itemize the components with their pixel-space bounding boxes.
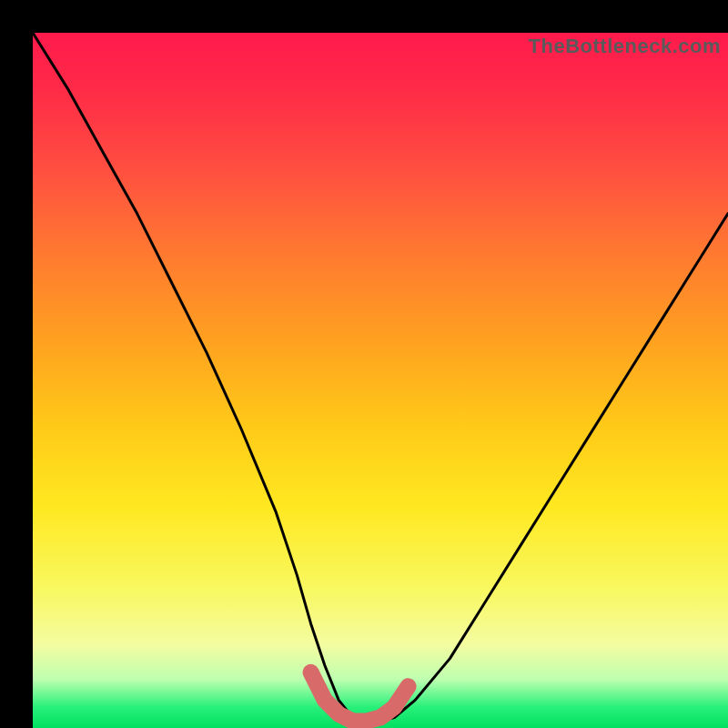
bottleneck-curve-path <box>33 33 728 721</box>
flat-bottom-highlight-path <box>311 672 409 722</box>
plot-area: TheBottleneck.com <box>33 33 728 728</box>
chart-frame: TheBottleneck.com <box>0 0 728 728</box>
chart-svg <box>33 33 728 728</box>
watermark-label: TheBottleneck.com <box>529 35 721 58</box>
